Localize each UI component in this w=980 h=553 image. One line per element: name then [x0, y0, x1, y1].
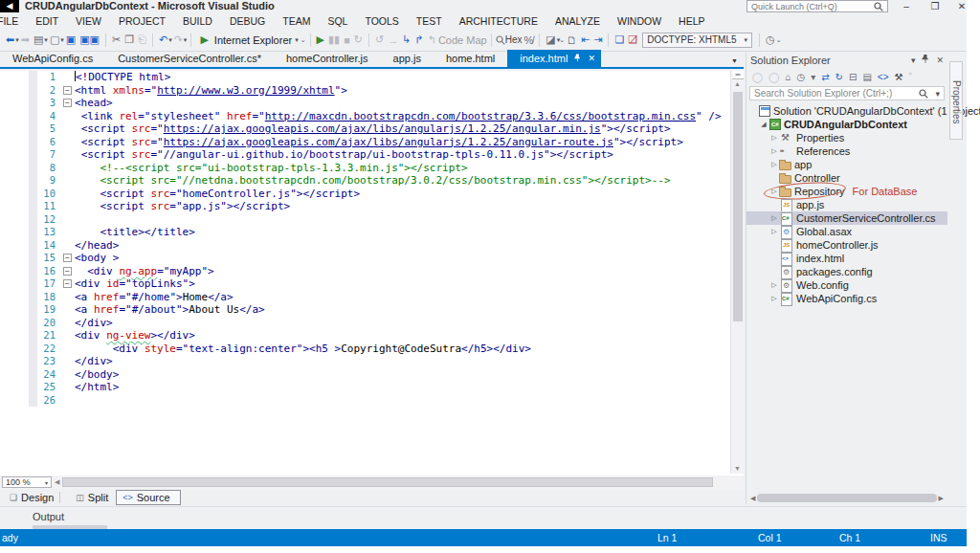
code-text[interactable]: <div ng-view></div> — [75, 329, 744, 343]
breakpoint-margin[interactable] — [0, 343, 29, 356]
pending-changes-filter-icon[interactable]: ◷ — [796, 72, 805, 82]
code-line[interactable]: 17−<div id="topLinks"> — [0, 277, 744, 291]
breakpoint-margin[interactable] — [0, 239, 29, 253]
scroll-right-icon[interactable]: ▶ — [939, 495, 944, 502]
fill-color-icon[interactable]: ◪ — [546, 33, 555, 46]
start-browser-button[interactable]: ▶ Internet Explorer ▾ — [198, 33, 298, 46]
menu-view[interactable]: VIEW — [67, 15, 110, 27]
maximize-button[interactable]: ❐ — [924, 0, 946, 12]
tree-item-solution-crudangulardbcontext-1-project-[interactable]: Solution 'CRUDAngularDbContext' (1 proje… — [746, 104, 947, 118]
comment-icon[interactable]: ❏ — [614, 33, 624, 46]
breakpoint-margin[interactable] — [0, 213, 29, 227]
scroll-left-icon[interactable]: ◀ — [55, 478, 59, 486]
toolbar-overflow-icon[interactable]: ⌄ — [776, 36, 782, 44]
code-text[interactable]: <!--<script src="ui-bootstrap-tpls-1.3.3… — [75, 162, 744, 175]
code-line[interactable]: 24</body> — [0, 368, 744, 382]
code-map-button[interactable]: Code Map — [438, 34, 487, 46]
code-text[interactable]: <head> — [75, 97, 744, 110]
browser-dropdown-icon[interactable]: ▾ — [295, 36, 299, 44]
filter-dropdown-icon[interactable]: ▾ — [811, 72, 815, 82]
tree-item-references[interactable]: ▷References — [746, 144, 947, 158]
code-text[interactable]: <body > — [75, 252, 744, 265]
breakpoint-margin[interactable] — [0, 97, 29, 110]
code-text[interactable]: <html xmlns="http://www.w3.org/1999/xhtm… — [75, 84, 744, 98]
menu-window[interactable]: WINDOW — [609, 15, 670, 27]
find-icon[interactable] — [496, 35, 505, 45]
breakpoint-margin[interactable] — [0, 381, 29, 394]
step-over-icon[interactable]: ↱ — [414, 33, 423, 46]
new-file-dropdown-icon[interactable]: ▾ — [44, 36, 48, 44]
code-text[interactable] — [75, 213, 744, 227]
breakpoint-margin[interactable] — [0, 122, 29, 136]
increase-indent-icon[interactable]: ⇥ — [593, 33, 602, 46]
menu-edit[interactable]: EDIT — [27, 15, 67, 27]
breakpoint-margin[interactable] — [0, 303, 29, 317]
collapse-region-icon[interactable]: − — [63, 267, 72, 276]
fold-margin[interactable] — [60, 136, 75, 149]
code-text[interactable]: <script src="//angular-ui.github.io/boot… — [75, 148, 744, 162]
redo-icon[interactable]: ↷ — [174, 33, 183, 46]
tree-item-web-config[interactable]: ▷Web.config — [746, 278, 947, 292]
se-back-icon[interactable]: ◯ — [752, 72, 763, 82]
search-dropdown-icon[interactable]: ▾ — [935, 89, 940, 99]
code-line[interactable]: 7 <script src="//angular-ui.github.io/bo… — [0, 148, 744, 162]
breakpoint-margin[interactable] — [0, 355, 29, 368]
document-outline-icon[interactable]: 🗋 — [567, 34, 577, 46]
close-button[interactable]: ✕ — [951, 0, 972, 12]
fold-margin[interactable] — [60, 239, 75, 253]
scrollbar-thumb[interactable] — [733, 92, 743, 321]
tab-home-html[interactable]: home.html — [434, 50, 507, 67]
code-line[interactable]: 19<a href="#/about">About Us</a> — [0, 303, 744, 317]
breakpoint-margin[interactable] — [0, 148, 29, 162]
scroll-up-icon[interactable]: ▲ — [731, 80, 744, 87]
tree-item-homecontroller-js[interactable]: homeController.js — [746, 238, 947, 252]
code-text[interactable]: </html> — [75, 381, 744, 394]
start-debug-icon[interactable]: ▶ — [317, 33, 324, 46]
fold-margin[interactable] — [60, 317, 75, 330]
code-editor[interactable]: 1<!DOCTYPE html>2−<html xmlns="http://ww… — [0, 71, 744, 476]
menu-help[interactable]: HELP — [670, 15, 713, 27]
collapsed-arrow-icon[interactable]: ▷ — [769, 134, 779, 142]
tree-item-global-asax[interactable]: ▷Global.asax — [746, 225, 947, 238]
tree-item-app[interactable]: ▷app — [746, 158, 947, 171]
step-into-icon[interactable]: ↳ — [402, 33, 411, 46]
code-text[interactable]: <a href="#/home">Home</a> — [75, 291, 744, 304]
code-line[interactable]: 20</div> — [0, 317, 744, 330]
title-bar[interactable]: ◀ CRUDAngularDbContext - Microsoft Visua… — [0, 0, 967, 13]
design-view-button[interactable]: ❏ Design — [0, 492, 54, 503]
scrollbar-thumb[interactable] — [62, 477, 712, 487]
code-text[interactable]: </div> — [75, 317, 744, 330]
fold-margin[interactable] — [60, 174, 75, 188]
menu-tools[interactable]: TOOLS — [356, 15, 407, 27]
save-icon[interactable]: ▣ — [66, 33, 76, 46]
code-text[interactable]: <!DOCTYPE html> — [75, 71, 744, 84]
fold-margin[interactable]: − — [60, 265, 75, 278]
code-line[interactable]: 9 <script src="//netdna.bootstrapcdn.com… — [0, 174, 744, 188]
editor-vertical-scrollbar[interactable]: ═ ▲ ▼ — [730, 71, 744, 474]
hex-button[interactable]: Hex — [505, 34, 523, 45]
collapsed-arrow-icon[interactable]: ▷ — [769, 147, 779, 155]
paste-icon[interactable]: ⎗ — [138, 33, 146, 46]
home-icon[interactable]: ⌂ — [785, 72, 791, 82]
code-line[interactable]: 21<div ng-view></div> — [0, 329, 744, 343]
editor-horizontal-scrollbar[interactable] — [62, 477, 740, 487]
tree-item-repository[interactable]: ▷RepositoryFor DataBase — [746, 185, 947, 198]
fold-margin[interactable]: − — [60, 84, 75, 98]
code-text[interactable] — [75, 394, 744, 408]
navigate-backward-icon[interactable]: ⬅ — [6, 33, 14, 46]
code-text[interactable]: </head> — [75, 239, 744, 253]
open-file-icon[interactable]: ▢ — [50, 33, 59, 46]
properties-wrench-icon[interactable]: ⚒ — [895, 72, 903, 82]
collapse-all-icon[interactable]: ⊟ — [849, 72, 857, 82]
code-line[interactable]: 18<a href="#/home">Home</a> — [0, 291, 744, 304]
code-text[interactable]: <a href="#/about">About Us</a> — [75, 303, 744, 317]
fold-margin[interactable] — [60, 355, 75, 368]
code-line[interactable]: 10 <script src="homeController.js"></scr… — [0, 188, 744, 201]
tree-item-properties[interactable]: ▷Properties — [746, 131, 947, 144]
code-line[interactable]: 14</head> — [0, 239, 744, 253]
code-text[interactable]: <script src="https://ajax.googleapis.com… — [75, 136, 744, 149]
uncomment-icon[interactable]: ❏̸ — [628, 33, 637, 46]
code-text[interactable]: <script src="app.js"></script> — [75, 200, 744, 213]
restart-icon[interactable]: ↻ — [354, 33, 363, 46]
open-file-dropdown-icon[interactable]: ▾ — [60, 36, 64, 44]
